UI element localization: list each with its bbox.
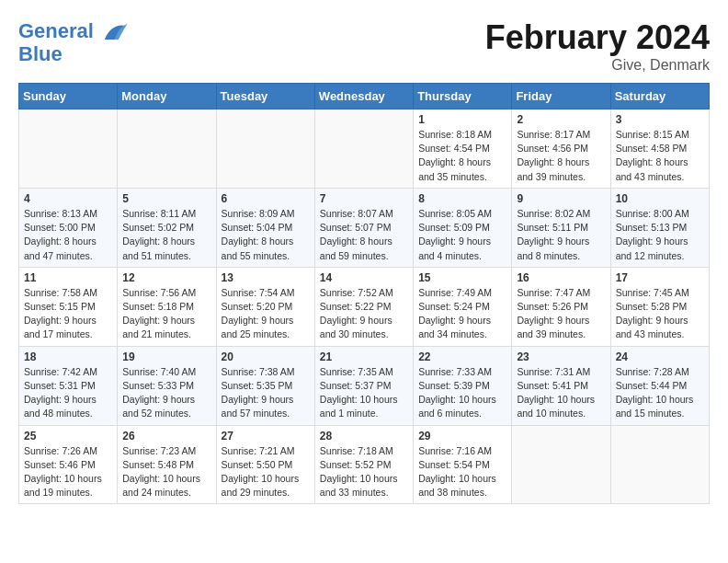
day-number: 15 — [418, 271, 506, 284]
calendar-day-4: 4Sunrise: 8:13 AM Sunset: 5:00 PM Daylig… — [19, 188, 118, 267]
day-info: Sunrise: 7:45 AM Sunset: 5:28 PM Dayligh… — [616, 286, 704, 342]
day-number: 29 — [418, 430, 506, 442]
calendar-day-empty — [512, 425, 610, 504]
logo: General Blue — [18, 18, 129, 66]
logo-line1: General — [18, 19, 94, 42]
weekday-header-monday: Monday — [118, 84, 216, 109]
weekday-header-wednesday: Wednesday — [314, 84, 413, 109]
calendar-day-empty — [610, 425, 709, 504]
day-info: Sunrise: 7:49 AM Sunset: 5:24 PM Dayligh… — [418, 286, 506, 342]
day-info: Sunrise: 7:52 AM Sunset: 5:22 PM Dayligh… — [320, 286, 408, 342]
calendar-day-11: 11Sunrise: 7:58 AM Sunset: 5:15 PM Dayli… — [19, 267, 118, 346]
day-info: Sunrise: 7:21 AM Sunset: 5:50 PM Dayligh… — [222, 444, 310, 500]
weekday-header-friday: Friday — [512, 84, 610, 109]
day-info: Sunrise: 7:23 AM Sunset: 5:48 PM Dayligh… — [122, 444, 210, 500]
day-info: Sunrise: 7:38 AM Sunset: 5:35 PM Dayligh… — [222, 365, 310, 421]
calendar-day-5: 5Sunrise: 8:11 AM Sunset: 5:02 PM Daylig… — [118, 188, 216, 267]
day-number: 25 — [24, 430, 112, 442]
day-number: 6 — [222, 192, 310, 205]
weekday-header-saturday: Saturday — [610, 84, 709, 109]
calendar-day-24: 24Sunrise: 7:28 AM Sunset: 5:44 PM Dayli… — [610, 346, 709, 425]
day-info: Sunrise: 7:56 AM Sunset: 5:18 PM Dayligh… — [122, 286, 210, 342]
day-number: 2 — [517, 113, 605, 126]
day-number: 4 — [24, 192, 112, 205]
calendar-day-14: 14Sunrise: 7:52 AM Sunset: 5:22 PM Dayli… — [314, 267, 413, 346]
calendar-week-row: 1Sunrise: 8:18 AM Sunset: 4:54 PM Daylig… — [19, 109, 710, 189]
day-info: Sunrise: 8:09 AM Sunset: 5:04 PM Dayligh… — [222, 207, 310, 263]
calendar-day-6: 6Sunrise: 8:09 AM Sunset: 5:04 PM Daylig… — [216, 188, 314, 267]
calendar-day-9: 9Sunrise: 8:02 AM Sunset: 5:11 PM Daylig… — [512, 188, 610, 267]
calendar-day-empty — [118, 109, 216, 189]
calendar-week-row: 11Sunrise: 7:58 AM Sunset: 5:15 PM Dayli… — [19, 267, 710, 346]
calendar-day-25: 25Sunrise: 7:26 AM Sunset: 5:46 PM Dayli… — [19, 425, 118, 504]
day-number: 20 — [222, 350, 310, 363]
day-number: 10 — [616, 192, 704, 205]
day-info: Sunrise: 7:18 AM Sunset: 5:52 PM Dayligh… — [320, 444, 408, 500]
day-info: Sunrise: 7:54 AM Sunset: 5:20 PM Dayligh… — [222, 286, 310, 342]
day-info: Sunrise: 7:33 AM Sunset: 5:39 PM Dayligh… — [418, 365, 506, 421]
calendar-day-22: 22Sunrise: 7:33 AM Sunset: 5:39 PM Dayli… — [414, 346, 512, 425]
day-info: Sunrise: 7:31 AM Sunset: 5:41 PM Dayligh… — [517, 365, 605, 421]
day-info: Sunrise: 8:18 AM Sunset: 4:54 PM Dayligh… — [418, 128, 506, 184]
day-number: 21 — [320, 350, 408, 363]
day-number: 5 — [122, 192, 210, 205]
day-number: 11 — [24, 271, 112, 284]
calendar-day-8: 8Sunrise: 8:05 AM Sunset: 5:09 PM Daylig… — [414, 188, 512, 267]
weekday-header-sunday: Sunday — [19, 84, 118, 109]
day-number: 3 — [616, 113, 704, 126]
day-info: Sunrise: 8:11 AM Sunset: 5:02 PM Dayligh… — [122, 207, 210, 263]
day-info: Sunrise: 8:02 AM Sunset: 5:11 PM Dayligh… — [517, 207, 605, 263]
day-info: Sunrise: 8:13 AM Sunset: 5:00 PM Dayligh… — [24, 207, 112, 263]
day-info: Sunrise: 7:47 AM Sunset: 5:26 PM Dayligh… — [517, 286, 605, 342]
calendar-day-12: 12Sunrise: 7:56 AM Sunset: 5:18 PM Dayli… — [118, 267, 216, 346]
calendar-day-20: 20Sunrise: 7:38 AM Sunset: 5:35 PM Dayli… — [216, 346, 314, 425]
calendar-day-10: 10Sunrise: 8:00 AM Sunset: 5:13 PM Dayli… — [610, 188, 709, 267]
day-number: 24 — [616, 350, 704, 363]
day-info: Sunrise: 7:42 AM Sunset: 5:31 PM Dayligh… — [24, 365, 112, 421]
calendar-day-27: 27Sunrise: 7:21 AM Sunset: 5:50 PM Dayli… — [216, 425, 314, 504]
day-info: Sunrise: 8:00 AM Sunset: 5:13 PM Dayligh… — [616, 207, 704, 263]
calendar-day-16: 16Sunrise: 7:47 AM Sunset: 5:26 PM Dayli… — [512, 267, 610, 346]
day-number: 27 — [222, 430, 310, 442]
calendar-day-19: 19Sunrise: 7:40 AM Sunset: 5:33 PM Dayli… — [118, 346, 216, 425]
calendar-day-21: 21Sunrise: 7:35 AM Sunset: 5:37 PM Dayli… — [314, 346, 413, 425]
logo-bird-icon — [101, 18, 129, 46]
day-info: Sunrise: 7:26 AM Sunset: 5:46 PM Dayligh… — [24, 444, 112, 500]
day-number: 1 — [418, 113, 506, 126]
day-info: Sunrise: 8:15 AM Sunset: 4:58 PM Dayligh… — [616, 128, 704, 184]
day-info: Sunrise: 7:40 AM Sunset: 5:33 PM Dayligh… — [122, 365, 210, 421]
calendar-day-3: 3Sunrise: 8:15 AM Sunset: 4:58 PM Daylig… — [610, 109, 709, 189]
calendar-day-29: 29Sunrise: 7:16 AM Sunset: 5:54 PM Dayli… — [414, 425, 512, 504]
header: General Blue February 2024 Give, Denmark — [18, 18, 710, 74]
calendar-day-28: 28Sunrise: 7:18 AM Sunset: 5:52 PM Dayli… — [314, 425, 413, 504]
title-area: February 2024 Give, Denmark — [485, 18, 710, 74]
calendar-day-15: 15Sunrise: 7:49 AM Sunset: 5:24 PM Dayli… — [414, 267, 512, 346]
main-title: February 2024 — [485, 18, 710, 57]
day-number: 26 — [122, 430, 210, 442]
day-number: 14 — [320, 271, 408, 284]
day-info: Sunrise: 7:35 AM Sunset: 5:37 PM Dayligh… — [320, 365, 408, 421]
day-number: 16 — [517, 271, 605, 284]
calendar-day-17: 17Sunrise: 7:45 AM Sunset: 5:28 PM Dayli… — [610, 267, 709, 346]
calendar-week-row: 18Sunrise: 7:42 AM Sunset: 5:31 PM Dayli… — [19, 346, 710, 425]
weekday-header-row: SundayMondayTuesdayWednesdayThursdayFrid… — [19, 84, 710, 109]
calendar-day-2: 2Sunrise: 8:17 AM Sunset: 4:56 PM Daylig… — [512, 109, 610, 189]
calendar-day-7: 7Sunrise: 8:07 AM Sunset: 5:07 PM Daylig… — [314, 188, 413, 267]
day-number: 13 — [222, 271, 310, 284]
day-number: 12 — [122, 271, 210, 284]
day-info: Sunrise: 8:17 AM Sunset: 4:56 PM Dayligh… — [517, 128, 605, 184]
day-number: 19 — [122, 350, 210, 363]
calendar-day-empty — [19, 109, 118, 189]
calendar-day-empty — [314, 109, 413, 189]
calendar-day-1: 1Sunrise: 8:18 AM Sunset: 4:54 PM Daylig… — [414, 109, 512, 189]
day-number: 7 — [320, 192, 408, 205]
day-number: 28 — [320, 430, 408, 442]
calendar-day-18: 18Sunrise: 7:42 AM Sunset: 5:31 PM Dayli… — [19, 346, 118, 425]
calendar-day-13: 13Sunrise: 7:54 AM Sunset: 5:20 PM Dayli… — [216, 267, 314, 346]
calendar-table: SundayMondayTuesdayWednesdayThursdayFrid… — [18, 83, 710, 504]
calendar-week-row: 4Sunrise: 8:13 AM Sunset: 5:00 PM Daylig… — [19, 188, 710, 267]
calendar-day-26: 26Sunrise: 7:23 AM Sunset: 5:48 PM Dayli… — [118, 425, 216, 504]
calendar-day-empty — [216, 109, 314, 189]
day-info: Sunrise: 8:07 AM Sunset: 5:07 PM Dayligh… — [320, 207, 408, 263]
weekday-header-thursday: Thursday — [414, 84, 512, 109]
